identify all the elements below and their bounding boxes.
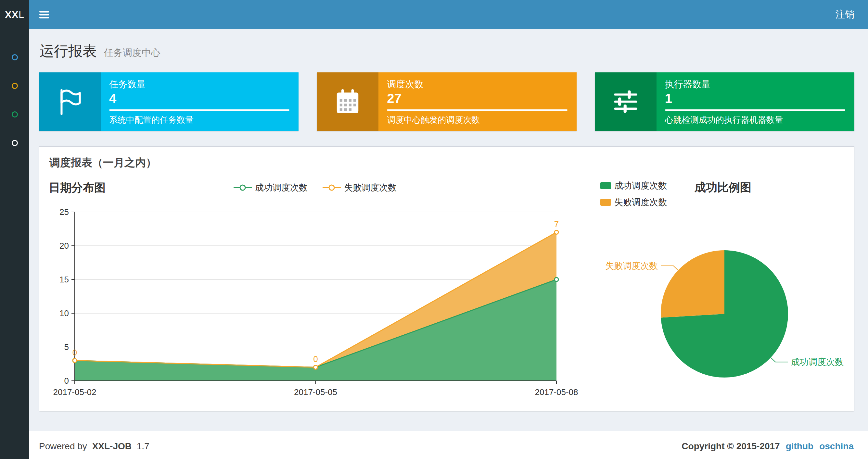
info-box-value: 4 [109,91,289,106]
circle-icon [12,54,18,60]
success-ratio-chart: 成功调度次数失败调度次数 成功比例图 成功调度次数失败调度次数 [582,177,848,401]
info-box-content: 调度次数 27 调度中心触发的调度次数 [378,72,576,131]
info-box-description: 调度中心触发的调度次数 [387,114,567,126]
footer: Powered by XXL-JOB 1.7 Copyright © 2015-… [29,431,868,459]
info-box-value: 1 [665,91,845,106]
area-line-chart: 05101520252017-05-022017-05-052017-05-08… [49,198,582,399]
svg-text:失败调度次数: 失败调度次数 [605,261,658,271]
sidebar-item-4[interactable] [0,129,29,157]
legend-label: 失败调度次数 [344,182,397,194]
info-box-content: 任务数量 4 系统中配置的任务数量 [101,72,299,131]
product-name: XXL-JOB [92,441,131,451]
page-subtitle: 任务调度中心 [104,47,160,58]
date-distribution-chart: 日期分布图 成功调度次数失败调度次数 05101520252017-05-022… [49,177,582,401]
svg-text:5: 5 [64,342,69,352]
legend-item[interactable]: 失败调度次数 [322,182,397,194]
svg-text:0: 0 [72,348,77,357]
logo[interactable]: XXL [0,0,29,29]
line-chart-header: 日期分布图 成功调度次数失败调度次数 [49,177,582,198]
svg-text:2017-05-05: 2017-05-05 [294,387,337,397]
svg-text:0: 0 [313,354,318,364]
sliders-icon [611,87,641,117]
legend-item[interactable]: 失败调度次数 [600,196,667,208]
logo-text-light: L [19,9,24,20]
circle-icon [12,83,18,89]
info-box-description: 心跳检测成功的执行器机器数量 [665,114,845,126]
pie-chart-legend: 成功调度次数失败调度次数 [600,180,667,208]
sidebar-item-1[interactable] [0,43,29,71]
top-navbar: XXL 注销 [0,0,868,29]
line-chart-legend: 成功调度次数失败调度次数 [49,182,582,194]
info-box-label: 任务数量 [109,78,289,91]
line-series-marker-icon [322,184,341,192]
info-box-icon-area [317,72,378,131]
info-box-jobs: 任务数量 4 系统中配置的任务数量 [39,72,299,131]
legend-item[interactable]: 成功调度次数 [600,180,667,192]
copyright-text: Copyright © 2015-2017 [682,441,780,452]
powered-prefix: Powered by [39,441,87,451]
info-box-value: 27 [387,91,567,106]
app-root: XXL 注销 [0,0,868,459]
info-box-icon-area [595,72,656,131]
circle-icon [12,111,18,118]
logout-link[interactable]: 注销 [822,0,868,29]
svg-text:10: 10 [59,308,69,318]
page-title: 运行报表 [40,43,97,59]
svg-text:7: 7 [554,219,559,229]
info-box-label: 调度次数 [387,78,567,91]
pie-chart-title: 成功比例图 [694,180,751,195]
github-link[interactable]: github [786,441,814,452]
info-box-row: 任务数量 4 系统中配置的任务数量 [39,72,855,131]
info-box-label: 执行器数量 [665,78,845,91]
info-box-description: 系统中配置的任务数量 [109,114,289,126]
report-panel: 调度报表（一月之内） 日期分布图 成功调度次数失败调度次数 0510152025… [39,146,855,411]
sidebar-item-2[interactable] [0,71,29,100]
body-row: 运行报表 任务调度中心 任务数量 4 [0,29,868,459]
footer-copyright-area: Copyright © 2015-2017 github oschina [682,441,854,452]
page-header: 运行报表 任务调度中心 [40,41,855,61]
logo-text-bold: XX [5,9,19,20]
svg-text:15: 15 [59,274,69,284]
sidebar-toggle-button[interactable] [29,0,59,29]
pie-series-swatch-icon [600,182,611,189]
progress-line [109,109,289,111]
legend-label: 成功调度次数 [255,182,308,194]
legend-label: 失败调度次数 [614,196,667,208]
svg-text:25: 25 [59,207,69,217]
oschina-link[interactable]: oschina [819,441,854,452]
info-box-icon-area [39,72,101,131]
charts-row: 日期分布图 成功调度次数失败调度次数 05101520252017-05-022… [39,173,855,411]
calendar-icon [333,87,363,117]
info-box-executors: 执行器数量 1 心跳检测成功的执行器机器数量 [595,72,855,131]
svg-text:20: 20 [59,241,69,251]
hamburger-icon [39,10,50,19]
svg-text:2017-05-08: 2017-05-08 [535,387,578,397]
info-box-content: 执行器数量 1 心跳检测成功的执行器机器数量 [656,72,855,131]
legend-label: 成功调度次数 [614,180,667,192]
sidebar-item-3[interactable] [0,100,29,129]
progress-line [665,109,845,111]
pie-chart: 成功调度次数失败调度次数 [582,177,848,388]
main-column: 运行报表 任务调度中心 任务数量 4 [29,29,868,459]
flag-icon [55,87,85,117]
pie-series-swatch-icon [600,199,611,206]
svg-text:成功调度次数: 成功调度次数 [791,357,844,367]
content-area: 运行报表 任务调度中心 任务数量 4 [29,29,868,431]
legend-item[interactable]: 成功调度次数 [234,182,308,194]
svg-text:2017-05-02: 2017-05-02 [53,387,96,397]
sidebar [0,29,29,459]
info-box-triggers: 调度次数 27 调度中心触发的调度次数 [317,72,576,131]
progress-line [387,109,567,111]
panel-title: 调度报表（一月之内） [39,147,855,173]
line-series-marker-icon [234,184,252,192]
product-version: 1.7 [137,441,149,451]
footer-powered: Powered by XXL-JOB 1.7 [39,441,149,452]
svg-text:0: 0 [64,376,69,386]
topbar-spacer [59,0,822,29]
circle-icon [12,140,18,146]
